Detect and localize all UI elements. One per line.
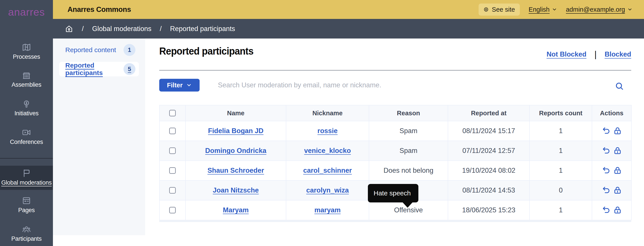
language-label: English [529, 6, 550, 13]
sidebar-item-label: Processes [13, 53, 40, 60]
participant-nickname-link[interactable]: rossie [317, 127, 338, 135]
main-sidebar: Processes Assemblies Initiatives [0, 38, 53, 246]
reported-participants-table: Name Nickname Reason Reported at Reports… [159, 105, 632, 220]
participant-name-link[interactable]: Joan Nitzsche [213, 186, 259, 194]
people-icon [22, 225, 31, 234]
account-menu[interactable]: admin@example.org [566, 6, 632, 13]
tab-not-blocked[interactable]: Not Blocked [546, 50, 586, 58]
sidebar-item-processes[interactable]: Processes [0, 42, 53, 60]
block-button[interactable] [613, 126, 622, 135]
unreport-button[interactable] [602, 146, 610, 155]
tab-separator: | [594, 50, 596, 59]
lightbulb-icon [22, 99, 31, 109]
participant-name-link[interactable]: Shaun Schroeder [208, 167, 264, 174]
row-checkbox[interactable] [169, 167, 176, 174]
organization-name: Anarres Commons [68, 0, 131, 19]
sidebar-item-participants[interactable]: Participants [0, 225, 53, 242]
sidebar-item-label: Initiatives [14, 110, 38, 117]
map-icon [22, 42, 31, 52]
home-icon [64, 24, 74, 33]
subnav-item-reported-participants[interactable]: Reported participants 5 [59, 62, 139, 76]
language-menu[interactable]: English [529, 6, 557, 13]
sidebar-item-initiatives[interactable]: Initiatives [0, 99, 53, 117]
unreport-icon [602, 186, 610, 195]
breadcrumb-home-link[interactable] [64, 24, 74, 33]
participant-nickname-link[interactable]: venice_klocko [304, 147, 351, 154]
filter-button-label: Filter [167, 82, 182, 89]
breadcrumb-separator: / [82, 25, 84, 33]
tab-blocked[interactable]: Blocked [604, 50, 631, 58]
brand-logo[interactable]: anarres [0, 0, 53, 19]
lock-icon [613, 166, 622, 175]
breadcrumb-global-moderations[interactable]: Global moderations [92, 25, 152, 33]
table-bottom-strip [159, 220, 631, 222]
chevron-down-icon [627, 7, 632, 12]
reports-count-cell: 0 [530, 180, 592, 200]
participant-name-link[interactable]: Maryam [223, 206, 248, 214]
unreport-button[interactable] [602, 206, 610, 215]
sidebar-item-label: Conferences [10, 139, 43, 145]
row-checkbox[interactable] [169, 128, 176, 134]
page-title: Reported participants [159, 45, 254, 57]
see-site-button[interactable]: See site [478, 3, 520, 16]
chevron-down-icon [186, 82, 192, 88]
breadcrumb-separator: / [160, 25, 162, 33]
row-checkbox[interactable] [169, 187, 176, 194]
reported-at-cell: 19/10/2024 08:02 [448, 161, 530, 180]
sidebar-item-label: Pages [18, 207, 35, 214]
column-header-actions: Actions [592, 105, 632, 121]
participant-name-link[interactable]: Fidelia Bogan JD [208, 127, 263, 135]
block-button[interactable] [613, 166, 622, 175]
admin-page: anarres Anarres Commons See site English… [0, 0, 644, 246]
column-header-reports-count: Reports count [530, 105, 592, 121]
unreport-icon [602, 146, 610, 155]
topbar-actions: See site English admin@example.org [478, 0, 632, 19]
unreport-button[interactable] [602, 186, 610, 195]
participant-nickname-link[interactable]: maryam [314, 206, 341, 214]
sidebar-item-label: Assemblies [12, 81, 41, 88]
reason-cell: Spam [369, 121, 448, 141]
subnav-item-reported-content[interactable]: Reported content 1 [59, 43, 139, 57]
reason-tooltip: Hate speech [368, 184, 418, 202]
subnav-item-label: Reported content [65, 46, 116, 54]
breadcrumb: / Global moderations / Reported particip… [0, 19, 644, 38]
count-badge: 5 [124, 63, 136, 75]
see-site-label: See site [492, 6, 515, 13]
table-row: Fidelia Bogan JD rossie Spam 08/11/2024 … [160, 121, 632, 141]
select-all-checkbox[interactable] [169, 110, 176, 117]
breadcrumb-reported-participants[interactable]: Reported participants [170, 25, 235, 33]
unreport-icon [602, 206, 610, 215]
moderations-subnav: Reported content 1 Reported participants… [53, 38, 145, 235]
table-row: Maryam maryam Offensive 18/06/2025 15:23… [160, 200, 632, 220]
block-button[interactable] [613, 206, 622, 215]
unreport-icon [602, 166, 610, 175]
search-input[interactable] [218, 79, 590, 92]
participant-name-link[interactable]: Domingo Ondricka [205, 147, 266, 154]
sidebar-item-label: Participants [11, 236, 42, 242]
lock-icon [613, 186, 622, 195]
sidebar-item-conferences[interactable]: Conferences [0, 128, 53, 145]
unreport-button[interactable] [602, 126, 610, 135]
sidebar-item-pages[interactable]: Pages [0, 196, 53, 214]
bank-icon [22, 70, 31, 80]
participant-nickname-link[interactable]: carol_schinner [303, 167, 352, 174]
unreport-button[interactable] [602, 166, 610, 175]
reported-at-cell: 08/11/2024 14:53 [448, 180, 530, 200]
reported-at-cell: 08/11/2024 15:17 [448, 121, 530, 141]
block-button[interactable] [613, 186, 622, 195]
row-checkbox[interactable] [169, 207, 176, 213]
row-checkbox[interactable] [169, 147, 176, 154]
sidebar-item-global-moderations[interactable]: Global moderations [0, 166, 53, 190]
lock-icon [613, 146, 622, 155]
pages-icon [22, 196, 31, 206]
column-header-reason: Reason [369, 105, 448, 121]
sidebar-item-assemblies[interactable]: Assemblies [0, 70, 53, 88]
search-icon[interactable] [615, 82, 624, 90]
block-button[interactable] [613, 146, 622, 155]
video-icon [22, 128, 31, 137]
lock-icon [613, 206, 622, 215]
participant-nickname-link[interactable]: carolyn_wiza [306, 186, 349, 194]
main-content: Reported participants Not Blocked | Bloc… [145, 38, 644, 246]
filter-button[interactable]: Filter [159, 79, 200, 92]
column-header-reported-at: Reported at [448, 105, 530, 121]
